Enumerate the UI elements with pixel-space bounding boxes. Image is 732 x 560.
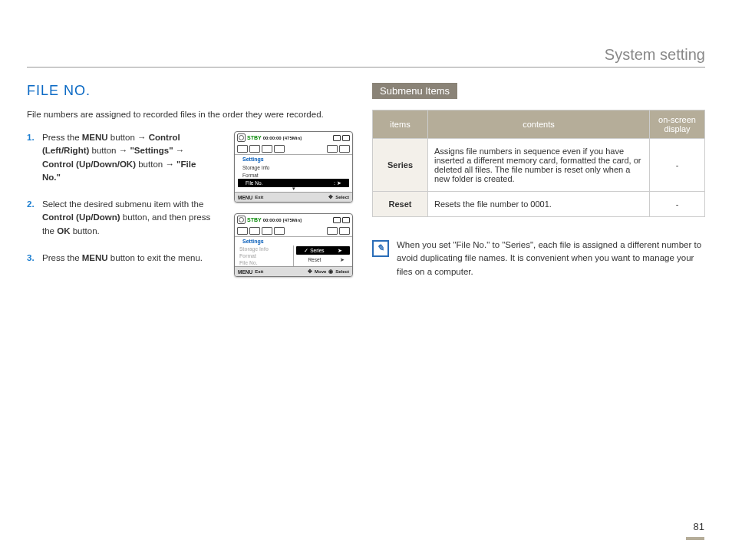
note-block: ✎ When you set "File No." to "Series", e…: [372, 239, 705, 278]
menu-title: Settings: [235, 237, 352, 245]
status-icons-row: [235, 143, 352, 155]
lcd-screenshot-2: STBY 00:00:00 [475Min] Settings St: [234, 213, 353, 277]
intro-text: File numbers are assigned to recorded fi…: [27, 108, 341, 120]
menu-item: Format: [235, 171, 352, 179]
joystick-icon: ✥: [308, 268, 312, 275]
submenu-heading: Submenu Items: [372, 83, 457, 99]
submenu-table: items contents on-screen display Series …: [372, 110, 705, 217]
note-text: When you set "File No." to "Series", eac…: [397, 239, 705, 278]
th-items: items: [373, 110, 428, 139]
step-3: 3.Press the MENU button to exit the menu…: [27, 252, 211, 265]
step-2-text: Select the desired submenu item with the…: [42, 198, 211, 238]
table-row: Reset Resets the file number to 0001. -: [373, 192, 705, 217]
battery-icon: [333, 217, 350, 223]
step-3-text: Press the MENU button to exit the menu.: [42, 252, 211, 265]
lcd-screenshot-1: STBY 00:00:00 [475Min] Settings Storage …: [234, 131, 353, 203]
submenu-left: Storage Info Format File No.: [235, 245, 293, 266]
joystick-icon: ✥: [328, 194, 333, 200]
battery-icon: [333, 135, 350, 141]
menu-title: Settings: [235, 155, 352, 163]
table-row: Series Assigns file numbers in sequence …: [373, 139, 705, 192]
step-1-text: Press the MENU button → Control (Left/Ri…: [42, 131, 211, 184]
camera-icon: [237, 216, 246, 224]
th-contents: contents: [428, 110, 650, 139]
submenu-selected: ✓ Series➤: [296, 246, 350, 255]
step-1: 1.Press the MENU button → Control (Left/…: [27, 131, 211, 184]
submenu-item: Reset➤: [294, 255, 352, 264]
th-osd: on-screen display: [650, 110, 705, 139]
page-title: FILE NO.: [27, 83, 341, 99]
camera-icon: [237, 133, 246, 142]
ok-icon: ◉: [328, 268, 333, 275]
menu-button-label: MENU: [238, 269, 252, 275]
status-icons-row: [235, 226, 352, 237]
page-number: 81: [686, 521, 704, 543]
submenu-right: ✓ Series➤ Reset➤: [293, 245, 352, 266]
menu-item: Storage Info: [235, 163, 352, 171]
note-icon: ✎: [372, 240, 389, 257]
section-header: System setting: [27, 27, 705, 68]
menu-button-label: MENU: [238, 195, 252, 200]
steps-list: 1.Press the MENU button → Control (Left/…: [27, 131, 211, 265]
step-2: 2.Select the desired submenu item with t…: [27, 198, 211, 238]
